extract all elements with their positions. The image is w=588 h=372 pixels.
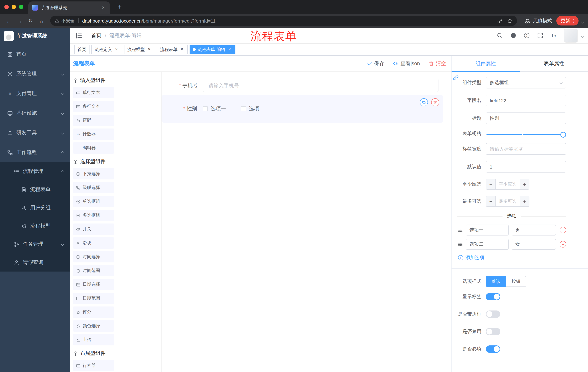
title-input[interactable] — [486, 112, 566, 124]
browser-caret-icon[interactable] — [581, 18, 584, 24]
search-icon[interactable] — [497, 32, 503, 39]
gender-field-row-selected[interactable]: 性别 选项一 选项二 — [162, 95, 443, 123]
sidebar-item-system[interactable]: 系统管理 — [0, 64, 70, 84]
option-value-input[interactable] — [512, 239, 556, 250]
component-type-select[interactable]: 多选框组 — [486, 77, 566, 88]
address-bar[interactable]: 不安全 dashboard.yudao.iocoder.cn/bpm/manag… — [50, 16, 517, 26]
tab-form-props[interactable]: 表单属性 — [520, 56, 588, 71]
tag-home[interactable]: 首页 — [74, 45, 90, 54]
palette-item-counter[interactable]: 计数器 — [73, 128, 114, 140]
avatar-caret-icon[interactable] — [581, 32, 584, 39]
stepper-plus-button[interactable]: + — [520, 196, 529, 206]
fullscreen-icon[interactable] — [537, 32, 543, 39]
default-value-input[interactable] — [486, 161, 566, 172]
browser-menu-dots-icon[interactable]: ⋮ — [570, 18, 577, 23]
palette-item-cascader[interactable]: 级联选择 — [73, 182, 114, 193]
forward-icon[interactable]: → — [15, 16, 25, 26]
sidebar-item-infrastructure[interactable]: 基础设施 — [0, 103, 70, 123]
window-minimize-button[interactable] — [12, 5, 16, 9]
stepper-minus-button[interactable]: − — [486, 179, 496, 189]
sidebar-item-workflow[interactable]: 工作流程 — [0, 143, 70, 162]
stepper-plus-button[interactable]: + — [520, 179, 529, 189]
font-size-icon[interactable] — [551, 32, 557, 39]
form-grid-slider[interactable] — [486, 134, 563, 135]
style-default-button[interactable]: 默认 — [486, 276, 506, 287]
option-label-input[interactable] — [466, 239, 509, 250]
sidebar-item-dev-tools[interactable]: 研发工具 — [0, 123, 70, 143]
back-icon[interactable]: ← — [4, 16, 14, 26]
gender-option-2[interactable]: 选项二 — [241, 106, 264, 112]
palette-item-row-container[interactable]: 行容器 — [73, 360, 114, 371]
tag-process-form-edit[interactable]: 流程表单-编辑 × — [189, 45, 235, 54]
browser-update-button[interactable]: 更新 ⋮ — [556, 16, 578, 25]
window-close-button[interactable] — [4, 5, 9, 9]
sidebar-item-payment[interactable]: 支付管理 — [0, 84, 70, 103]
bookmark-star-icon[interactable] — [507, 18, 513, 23]
remove-option-button[interactable]: − — [560, 241, 566, 247]
tag-close-icon[interactable]: × — [147, 47, 152, 52]
stepper-minus-button[interactable]: − — [486, 196, 496, 206]
add-option-button[interactable]: + 添加选项 — [458, 255, 566, 261]
palette-item-single-line-text[interactable]: 单行文本 — [73, 87, 114, 98]
tag-process-model[interactable]: 流程模型 × — [124, 45, 155, 54]
tab-close-icon[interactable]: × — [100, 5, 106, 11]
tag-close-icon[interactable]: × — [114, 47, 119, 52]
palette-item-time-picker[interactable]: 时间选择 — [73, 251, 114, 262]
gender-option-1[interactable]: 选项一 — [203, 106, 226, 112]
palette-item-time-range[interactable]: 时间范围 — [73, 265, 114, 276]
palette-item-radio-group[interactable]: 单选框组 — [73, 196, 114, 207]
palette-item-dropdown[interactable]: 下拉选择 — [73, 168, 114, 180]
max-select-value[interactable]: 最多可选 — [496, 196, 520, 206]
tag-process-form[interactable]: 流程表单 × — [157, 45, 188, 54]
security-chip[interactable]: 不安全 — [55, 18, 74, 24]
palette-item-switch[interactable]: 开关 — [73, 223, 114, 235]
clear-button[interactable]: 清空 — [429, 60, 446, 67]
sidebar-toggle-icon[interactable] — [75, 32, 83, 39]
checkbox-icon[interactable] — [203, 106, 208, 111]
sidebar-item-leave-query[interactable]: 请假查询 — [0, 253, 70, 272]
sidebar-item-home[interactable]: 首页 — [0, 44, 70, 64]
user-avatar[interactable] — [564, 29, 578, 43]
drag-handle-icon[interactable] — [457, 227, 463, 233]
checkbox-icon[interactable] — [241, 106, 246, 111]
password-key-icon[interactable] — [497, 18, 503, 23]
palette-item-slider[interactable]: 滑块 — [73, 237, 114, 249]
help-icon[interactable] — [524, 32, 530, 39]
tag-process-definition[interactable]: 流程定义 × — [91, 45, 122, 54]
phone-field-input[interactable] — [203, 79, 439, 92]
view-json-button[interactable]: 查看json — [393, 60, 420, 67]
sidebar-item-user-group[interactable]: 用户分组 — [0, 199, 70, 217]
palette-item-checkbox-group[interactable]: 多选框组 — [73, 210, 114, 221]
breadcrumb-home[interactable]: 首页 — [91, 32, 102, 39]
sidebar-item-process-form[interactable]: 流程表单 — [0, 181, 70, 199]
home-icon[interactable]: ⌂ — [36, 16, 47, 26]
sidebar-item-process-model[interactable]: 流程模型 — [0, 217, 70, 235]
browser-tab[interactable]: 芋道管理系统 × — [28, 1, 110, 14]
sidebar-logo[interactable]: 芋道管理系统 — [0, 28, 70, 44]
slider-handle[interactable] — [560, 132, 566, 138]
palette-item-password[interactable]: 密码 — [73, 115, 114, 126]
palette-item-editor[interactable]: 编辑器 — [73, 142, 114, 154]
sidebar-item-process-management[interactable]: 流程管理 — [0, 162, 70, 181]
tab-component-props[interactable]: 组件属性 — [452, 56, 520, 71]
palette-item-date-picker[interactable]: 日期选择 — [73, 279, 114, 290]
reload-icon[interactable]: ↻ — [25, 16, 36, 26]
delete-component-button[interactable] — [431, 98, 439, 106]
show-label-switch[interactable] — [486, 293, 500, 300]
palette-item-multi-line-text[interactable]: 多行文本 — [73, 101, 114, 112]
option-label-input[interactable] — [466, 224, 509, 235]
sidebar-item-task-management[interactable]: 任务管理 — [0, 235, 70, 253]
copy-component-button[interactable] — [420, 98, 428, 106]
phone-field-row[interactable]: 手机号 — [179, 79, 439, 92]
field-name-input[interactable] — [486, 95, 566, 106]
palette-item-rate[interactable]: 评分 — [73, 307, 114, 318]
window-zoom-button[interactable] — [19, 5, 23, 9]
required-switch[interactable] — [486, 345, 500, 353]
palette-item-upload[interactable]: 上传 — [73, 334, 114, 345]
option-value-input[interactable] — [512, 224, 556, 235]
save-button[interactable]: 保存 — [367, 60, 384, 67]
palette-item-date-range[interactable]: 日期范围 — [73, 293, 114, 304]
tag-close-icon[interactable]: × — [227, 47, 232, 52]
link-icon[interactable] — [452, 74, 459, 81]
drag-handle-icon[interactable] — [457, 242, 463, 247]
